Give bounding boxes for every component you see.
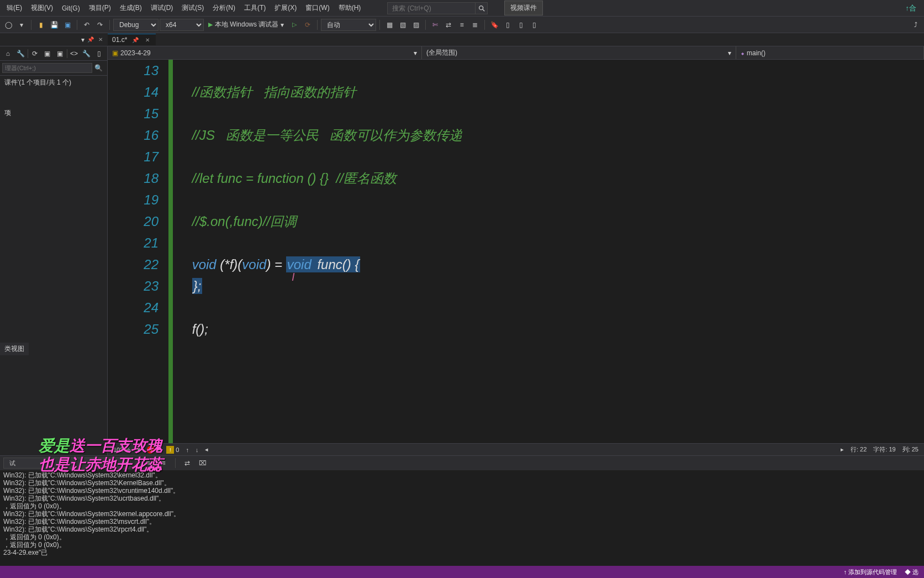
menu-git[interactable]: Git(G) <box>57 2 85 14</box>
solution-node[interactable]: 课件'(1 个项目/共 1 个) <box>0 76 107 90</box>
sidebar-item[interactable]: 项 <box>0 106 107 120</box>
editor-status-bar: 102 % ▾ ✕ 1 ! 0 ↑ ↓ ◂ ▸ 行: 22 字符: 19 列: … <box>108 443 924 455</box>
editor-tab[interactable]: 01.c* 📌 ✕ <box>108 34 156 45</box>
function-icon: ⬥ <box>741 49 745 57</box>
menu-tools[interactable]: 工具(T) <box>240 1 270 15</box>
search-go-icon[interactable]: 🔍 <box>92 63 105 73</box>
status-bar: ↑ 添加到源代码管理 ◆ 选 <box>0 566 924 578</box>
config-select[interactable]: Debug <box>113 19 159 31</box>
sidebar-toolbar: ⌂ 🔧 ⟳ ▣ ▣ <> 🔧 ▯ <box>0 46 107 61</box>
menu-project[interactable]: 项目(P) <box>85 1 115 15</box>
menu-analyze[interactable]: 分析(N) <box>208 1 240 15</box>
scroll-left-icon[interactable]: ◂ <box>205 446 208 453</box>
platform-select[interactable]: x64 <box>160 19 204 31</box>
panel-close-icon[interactable]: ✕ <box>97 36 104 43</box>
menu-extensions[interactable]: 扩展(X) <box>270 1 301 15</box>
start-without-debug-icon[interactable]: ▷ <box>288 19 300 31</box>
function-context[interactable]: ⬥ main() <box>736 46 924 59</box>
tb-icon-6[interactable]: ≡ <box>456 19 468 31</box>
search-icon[interactable] <box>476 2 488 14</box>
undo-icon[interactable]: ↶ <box>81 19 93 31</box>
tb-icon-8[interactable]: ▯ <box>501 19 514 31</box>
sync-indicator[interactable]: ↑合 <box>906 3 922 13</box>
wrench-icon[interactable]: 🔧 <box>81 48 92 60</box>
source-control-button[interactable]: ↑ 添加到源代码管理 <box>843 568 897 576</box>
start-debug-button[interactable]: ▶本地 Windows 调试器 ▾ <box>205 19 287 30</box>
text-cursor-icon: I <box>292 266 295 288</box>
tb-icon-5[interactable]: ⇄ <box>442 19 455 31</box>
tab-filename: 01.c* <box>112 36 127 44</box>
tb-icon-1[interactable]: ▦ <box>383 19 395 31</box>
warning-count[interactable]: ! 0 <box>166 446 179 454</box>
redo-icon[interactable]: ↷ <box>94 19 106 31</box>
back-icon[interactable]: ◯ <box>2 19 14 31</box>
tb-icon-10[interactable]: ▯ <box>528 19 540 31</box>
search-input[interactable] <box>387 2 476 14</box>
tb-icon-7[interactable]: ≣ <box>469 19 481 31</box>
document-tabs: ▾ 📌 ✕ 01.c* 📌 ✕ <box>0 33 924 46</box>
pin-icon[interactable]: 📌 <box>86 36 96 43</box>
project-icon: ▣ <box>112 49 118 57</box>
cursor-char: 字符: 19 <box>873 445 895 454</box>
sidebar-icon-1[interactable]: ⌂ <box>2 48 14 60</box>
tb-icon-9[interactable]: ▯ <box>515 19 527 31</box>
code-icon[interactable]: <> <box>68 48 80 60</box>
auto-select[interactable]: 自动 <box>321 19 376 31</box>
menu-test[interactable]: 测试(S) <box>177 1 208 15</box>
share-icon[interactable]: ⤴ <box>910 19 922 31</box>
menu-build[interactable]: 生成(B) <box>115 1 146 15</box>
line-gutter: 13141516171819202122232425 <box>108 60 168 443</box>
play-icon: ▶ <box>208 21 213 28</box>
svg-line-1 <box>483 9 485 11</box>
bookmark-icon[interactable]: 🔖 <box>488 19 500 31</box>
menu-window[interactable]: 窗口(W) <box>301 1 334 15</box>
cursor-col: 列: 25 <box>902 445 918 454</box>
tb-icon-3[interactable]: ▨ <box>410 19 422 31</box>
lyric-overlay: 爱是送一百支玫瑰 也是让赤地开花蕊 <box>39 437 162 474</box>
sidebar-icon-4[interactable]: ▣ <box>54 48 66 60</box>
scroll-right-icon[interactable]: ▸ <box>841 446 844 453</box>
sidebar-icon-5[interactable]: ▯ <box>93 48 105 60</box>
main-toolbar: ◯ ▾ ▮ 💾 ▣ ↶ ↷ Debug x64 ▶本地 Windows 调试器 … <box>0 17 924 33</box>
class-view-tab[interactable]: 类视图 <box>0 343 29 355</box>
menu-edit[interactable]: 辑(E) <box>2 1 27 15</box>
navigation-bar: ▣ 2023-4-29 ▾ (全局范围) ▾ ⬥ main() <box>108 46 924 60</box>
tab-pin-icon[interactable]: 📌 <box>130 37 140 43</box>
save-all-icon[interactable]: ▣ <box>61 19 73 31</box>
scope-context[interactable]: (全局范围) ▾ <box>422 46 736 59</box>
tab-close-icon[interactable]: ✕ <box>144 37 151 43</box>
remote-button[interactable]: ◆ 选 <box>905 568 918 576</box>
save-icon[interactable]: 💾 <box>48 19 60 31</box>
sidebar-icon-2[interactable]: 🔧 <box>15 48 27 60</box>
solution-search-input[interactable] <box>2 63 92 73</box>
nav-down-icon[interactable]: ↓ <box>196 446 199 453</box>
video-course-button[interactable]: 视频课件 <box>504 1 543 15</box>
cursor-line: 行: 22 <box>851 445 867 454</box>
warning-icon: ! <box>166 446 174 454</box>
menu-bar: 辑(E) 视图(V) Git(G) 项目(P) 生成(B) 调试(D) 测试(S… <box>0 0 924 17</box>
tb-icon-2[interactable]: ▧ <box>397 19 409 31</box>
output-text[interactable]: Win32): 已加载"C:\Windows\System32\kernel32… <box>0 470 924 566</box>
clear-icon[interactable]: ⌧ <box>197 457 209 469</box>
stop-icon[interactable]: ⟳ <box>302 19 314 31</box>
code-editor[interactable]: 13141516171819202122232425 I //函数指针 指向函数… <box>108 60 924 443</box>
nav-up-icon[interactable]: ↑ <box>186 446 189 453</box>
project-context[interactable]: ▣ 2023-4-29 ▾ <box>108 46 422 59</box>
tb-icon-4[interactable]: ✄ <box>429 19 441 31</box>
menu-view[interactable]: 视图(V) <box>27 1 57 15</box>
forward-icon[interactable]: ▾ <box>15 19 28 31</box>
new-file-icon[interactable]: ▮ <box>35 19 47 31</box>
code-content[interactable]: I //函数指针 指向函数的指针 //JS 函数是一等公民 函数可以作为参数传递… <box>173 60 924 443</box>
menu-debug[interactable]: 调试(D) <box>146 1 178 15</box>
solution-explorer: ⌂ 🔧 ⟳ ▣ ▣ <> 🔧 ▯ 🔍 课件'(1 个项目/共 1 个) 项 <box>0 46 108 455</box>
change-margin <box>168 60 173 443</box>
dropdown-icon[interactable]: ▾ <box>81 36 85 44</box>
refresh-icon[interactable]: ⟳ <box>29 48 40 60</box>
menu-help[interactable]: 帮助(H) <box>334 1 366 15</box>
sidebar-icon-3[interactable]: ▣ <box>41 48 53 60</box>
svg-point-0 <box>479 6 483 9</box>
word-wrap-icon[interactable]: ⇄ <box>181 457 193 469</box>
